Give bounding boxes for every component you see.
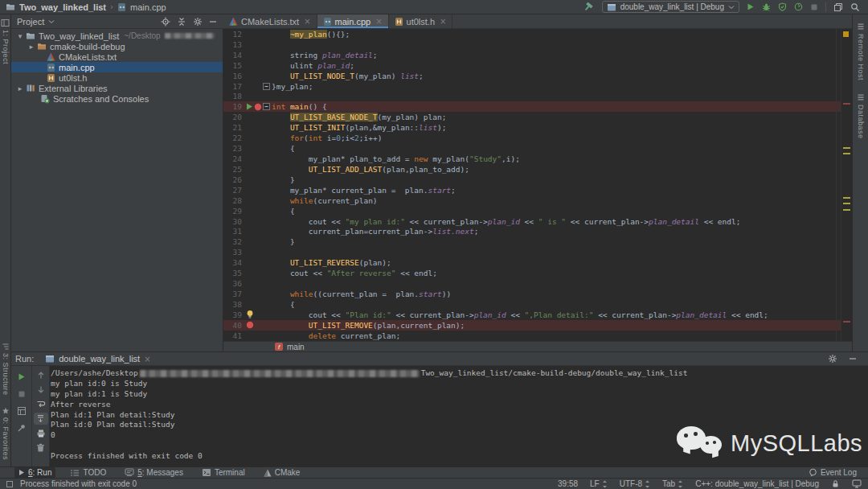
- bp-icon[interactable]: [246, 321, 254, 329]
- print-button[interactable]: [34, 427, 48, 439]
- toolwindow-toggle-icon[interactable]: [6, 481, 13, 487]
- status-segment[interactable]: Tab: [662, 479, 683, 488]
- tree-expand-icon[interactable]: ▸: [14, 84, 26, 92]
- toolwindow-stripe-favorites[interactable]: 0: Favorites: [2, 407, 10, 460]
- project-panel-title[interactable]: Project: [11, 17, 55, 27]
- editor-scrollbar-stripe[interactable]: [841, 29, 852, 351]
- hide-panel-button[interactable]: [849, 355, 857, 363]
- toolwindow-stripe-database[interactable]: Database: [857, 93, 865, 139]
- print-icon: [36, 429, 46, 438]
- fold-icon[interactable]: [263, 103, 270, 110]
- code-line-19: 19int main() {: [223, 101, 841, 112]
- event-log-button[interactable]: Event Log: [809, 468, 868, 477]
- pin-button[interactable]: [14, 421, 29, 434]
- line-number: 13: [223, 40, 244, 49]
- project-tree-item-main.cpp[interactable]: main.cpp: [11, 62, 223, 72]
- code-text: current_plan=current_plan->list.next;: [272, 227, 478, 236]
- stripe-marker[interactable]: [843, 197, 850, 199]
- breadcrumb-function[interactable]: main: [287, 343, 305, 351]
- stripe-marker[interactable]: [843, 203, 850, 204]
- bulb-icon[interactable]: [246, 310, 254, 319]
- code-editor[interactable]: 12 ~my_plan(){};1314 string plan_detail;…: [223, 29, 841, 341]
- tab-label: main.cpp: [335, 17, 371, 27]
- editor-tab-ut0lst.h[interactable]: ut0lst.h×: [389, 14, 453, 28]
- stop-button[interactable]: [810, 3, 818, 11]
- toolwindow-stripe-project[interactable]: 1: Project: [1, 14, 10, 64]
- editor-tab-main.cpp[interactable]: main.cpp×: [317, 14, 389, 28]
- run-button[interactable]: [747, 2, 755, 11]
- profiler-button[interactable]: [794, 2, 803, 11]
- run-configuration-select[interactable]: double_way_link_list | Debug: [602, 1, 739, 13]
- stripe-marker[interactable]: [843, 147, 850, 149]
- project-tree-item-CMakeLists.txt[interactable]: CMakeLists.txt: [11, 51, 223, 62]
- toolwindow-button-run[interactable]: 6: Run: [14, 467, 55, 478]
- project-tree-item-Scratches and Consoles[interactable]: Scratches and Consoles: [11, 93, 223, 104]
- fold-icon[interactable]: [263, 83, 270, 90]
- debug-button[interactable]: [762, 2, 771, 11]
- runarrow-icon[interactable]: [246, 103, 253, 110]
- lock-icon[interactable]: [831, 479, 840, 488]
- search-everywhere-button[interactable]: [850, 2, 860, 12]
- stripe-marker[interactable]: [843, 153, 850, 154]
- gutter[interactable]: [244, 103, 263, 111]
- toolwindow-button-messages[interactable]: 5: Messages: [121, 467, 187, 478]
- locate-file-button[interactable]: [161, 17, 170, 27]
- code-line-32: 32 }: [223, 236, 841, 247]
- coverage-button[interactable]: [778, 2, 787, 11]
- window-restore-icon[interactable]: [833, 2, 843, 12]
- down-button[interactable]: [34, 384, 48, 396]
- toolwindow-label: 6: Run: [28, 468, 51, 477]
- project-tree-item-Two_way_linked_list[interactable]: ▾Two_way_linked_list~/Desktop: [11, 31, 223, 41]
- fold-column[interactable]: [263, 83, 272, 90]
- collapse-all-button[interactable]: [177, 17, 186, 27]
- close-icon[interactable]: ×: [144, 355, 150, 364]
- cpp-file-icon: [117, 2, 126, 12]
- fold-column[interactable]: [263, 103, 272, 110]
- status-segment[interactable]: LF: [590, 479, 608, 488]
- toolwindow-button-cmake[interactable]: CMake: [260, 467, 305, 478]
- toolwindow-button-terminal[interactable]: Terminal: [198, 467, 249, 478]
- toolwindow-stripe-structure[interactable]: 3: Structure: [2, 343, 10, 396]
- tree-expand-icon[interactable]: ▾: [14, 32, 26, 40]
- settings-gear-button[interactable]: [193, 17, 203, 27]
- status-segment[interactable]: 39:58: [558, 479, 578, 488]
- toolwindow-button-todo[interactable]: TODO: [66, 467, 110, 478]
- settings-gear-button[interactable]: [828, 354, 837, 364]
- cmakesmall-icon: [264, 469, 272, 477]
- status-segment[interactable]: C++: double_way_link_list | Debug: [695, 479, 819, 488]
- editor-tab-CMakeLists.txt[interactable]: CMakeLists.txt×: [223, 14, 317, 28]
- gutter[interactable]: [244, 310, 263, 319]
- stripe-marker[interactable]: [843, 209, 850, 211]
- updown-icon: [645, 480, 650, 488]
- monitor-icon[interactable]: [852, 479, 862, 488]
- todo-icon: [70, 469, 80, 477]
- close-icon[interactable]: ×: [375, 17, 382, 26]
- toolwindow-stripe-remote-host[interactable]: Remote Host: [857, 23, 865, 80]
- layout-button[interactable]: [14, 405, 29, 417]
- trash-button[interactable]: [34, 442, 48, 454]
- left-tool-strip: 1: Project 3: Structure0: Favorites: [0, 14, 11, 466]
- breadcrumb-project[interactable]: Two_way_linked_list: [19, 2, 106, 12]
- stop-button[interactable]: [14, 388, 29, 400]
- rerun-button[interactable]: [14, 371, 29, 383]
- scrollend-button[interactable]: [34, 413, 48, 425]
- project-tree-item-ut0lst.h[interactable]: ut0lst.h: [11, 72, 223, 83]
- breadcrumb-file[interactable]: main.cpp: [130, 2, 166, 12]
- code-line-14: 14 string plan_detail;: [223, 50, 841, 60]
- wrap-button[interactable]: [34, 398, 48, 410]
- run-tab[interactable]: double_way_link_list ×: [45, 354, 150, 364]
- gutter[interactable]: [244, 321, 263, 329]
- hide-panel-button[interactable]: [209, 18, 217, 26]
- project-tree-item-cmake-build-debug[interactable]: ▸cmake-build-debug: [11, 41, 223, 51]
- tree-expand-icon[interactable]: ▸: [26, 43, 37, 51]
- build-hammer-icon[interactable]: [584, 2, 595, 12]
- status-segment[interactable]: UTF-8: [620, 479, 650, 488]
- close-icon[interactable]: ×: [304, 17, 310, 26]
- stripe-marker[interactable]: [843, 103, 850, 105]
- close-icon[interactable]: ×: [440, 17, 446, 26]
- stripe-marker[interactable]: [843, 31, 849, 37]
- stripe-marker[interactable]: [843, 321, 850, 323]
- up-button[interactable]: [34, 369, 48, 381]
- project-tree-item-External Libraries[interactable]: ▸External Libraries: [11, 83, 223, 93]
- bp-icon[interactable]: [254, 103, 262, 111]
